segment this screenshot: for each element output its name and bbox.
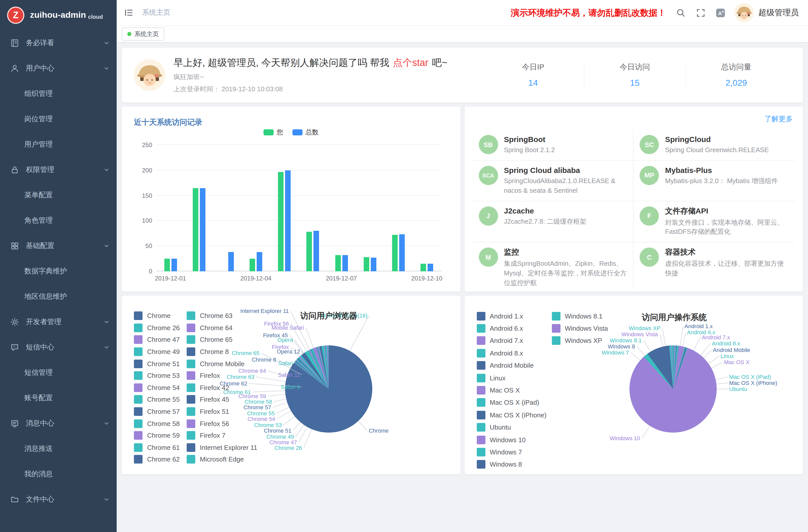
sidebar-item-6[interactable]: 短信中心 <box>0 335 117 360</box>
legend-item[interactable]: Mac OS X (iPhone) <box>477 409 552 421</box>
sidebar-subitem[interactable]: 用户管理 <box>0 132 117 157</box>
legend-item[interactable]: Firefox 56 <box>187 418 239 429</box>
bar-plot[interactable]: 2019-12-012019-12-042019-12-072019-12-10 <box>156 145 441 271</box>
legend-item[interactable]: Chrome <box>134 310 187 322</box>
legend-item[interactable]: Android 7.x <box>477 335 552 347</box>
bar-group: 2019-12-04 <box>242 145 270 271</box>
legend-item[interactable]: Chrome 63 <box>187 310 239 322</box>
legend-item[interactable]: Microsoft Edge <box>187 453 239 465</box>
legend-item-total[interactable]: 总数 <box>292 128 319 137</box>
legend-item[interactable]: Android 8.x <box>477 347 552 359</box>
legend-item[interactable]: Linux <box>477 372 552 384</box>
message-icon <box>10 419 19 428</box>
search-icon[interactable] <box>676 8 686 18</box>
sidebar-subitem[interactable]: 消息推送 <box>0 436 117 461</box>
font-size-icon[interactable]: A A <box>716 8 725 18</box>
pie-callout-label: Mobile Safari <box>272 325 304 331</box>
legend-item-you[interactable]: 您 <box>263 128 283 137</box>
legend-item[interactable]: Chrome 61 <box>134 441 187 453</box>
legend-item[interactable]: Windows 8 <box>477 458 552 471</box>
legend-item[interactable]: Android 6.x <box>477 322 552 335</box>
legend-item[interactable]: Windows 10 <box>477 434 552 446</box>
sidebar-item-1[interactable]: 务必详看 <box>0 31 117 56</box>
user-avatar <box>134 59 165 91</box>
app-logo[interactable]: Z zuihou-admin cloud <box>0 0 117 31</box>
sidebar-item-5[interactable]: 开发者管理 <box>0 309 117 335</box>
chevron-down-icon <box>104 243 110 249</box>
sidebar-subitem[interactable]: 地区信息维护 <box>0 284 117 309</box>
legend-item[interactable]: Android Mobile <box>477 359 552 372</box>
feature-avatar: SB <box>479 135 498 154</box>
bar-您 <box>250 259 255 271</box>
legend-item[interactable]: Chrome 58 <box>134 418 187 429</box>
sidebar-toggle-icon[interactable] <box>124 7 134 18</box>
legend-item[interactable]: Chrome 64 <box>187 322 239 334</box>
sidebar-item-2[interactable]: 用户中心 <box>0 56 117 81</box>
pie-callout-label: Linux <box>720 353 734 359</box>
legend-item[interactable]: Windows 8.1 <box>552 310 627 322</box>
legend-item[interactable]: Android 1.x <box>477 310 552 322</box>
legend-item[interactable]: Chrome 62 <box>134 453 187 465</box>
bar-group <box>270 145 298 271</box>
legend-item[interactable]: Firefox 7 <box>187 429 239 441</box>
sidebar-subitem[interactable]: 组织管理 <box>0 81 117 107</box>
welcome-subtitle: 疯狂加班~ <box>173 73 482 82</box>
sidebar-subitem[interactable]: 账号配置 <box>0 385 117 411</box>
legend-item[interactable]: Chrome 47 <box>134 334 187 346</box>
legend-item[interactable]: Windows 7 <box>477 446 552 458</box>
app-title: zuihou-admin <box>30 10 86 20</box>
legend-item[interactable]: Mac OS X <box>477 384 552 397</box>
sidebar-item-7[interactable]: 消息中心 <box>0 411 117 436</box>
sidebar-item-label: 基础配置 <box>26 241 104 251</box>
feature-item: SBSpringBootSpring Boot 2.1.2 <box>473 130 634 161</box>
legend-swatch <box>477 411 485 419</box>
stat-value: 14 <box>482 78 584 88</box>
pie-legend: ChromeChrome 26Chrome 47Chrome 49Chrome … <box>134 310 239 465</box>
stat-value: 2,029 <box>686 78 787 88</box>
sidebar-subitem[interactable]: 菜单配置 <box>0 183 117 208</box>
legend-item[interactable]: Internet Explorer 11 <box>187 441 239 453</box>
legend-item[interactable]: Chrome 65 <box>187 334 239 346</box>
sidebar-item-8[interactable]: 文件中心 <box>0 487 117 512</box>
fullscreen-icon[interactable] <box>696 8 705 18</box>
legend-item[interactable]: Chrome 8 <box>187 346 239 358</box>
legend-item[interactable]: Chrome 26 <box>134 322 187 334</box>
legend-label: Chrome 57 <box>147 408 180 415</box>
feature-text: SpringCloudSpring Cloud Greenwich.RELEAS… <box>665 135 769 155</box>
legend-item[interactable]: Firefox 45 <box>187 393 239 405</box>
legend-item[interactable]: Ubuntu <box>477 421 552 434</box>
sidebar-subitem[interactable]: 数据字典维护 <box>0 259 117 284</box>
legend-item[interactable]: Windows Vista <box>552 322 627 335</box>
tab-home[interactable]: 系统主页 <box>122 27 164 41</box>
legend-item[interactable]: Chrome 53 <box>134 370 187 382</box>
learn-more-link[interactable]: 了解更多 <box>765 115 793 124</box>
legend-item[interactable]: Chrome 49 <box>134 346 187 358</box>
sidebar-subitem[interactable]: 短信管理 <box>0 360 117 385</box>
pie-chart[interactable] <box>629 345 716 433</box>
current-user-name[interactable]: 超级管理员 <box>758 7 799 18</box>
legend-item[interactable]: Chrome 54 <box>134 382 187 393</box>
sidebar-subitem[interactable]: 角色管理 <box>0 208 117 233</box>
bar-chart[interactable]: 0501001502002502019-12-012019-12-042019-… <box>134 143 448 283</box>
legend-item[interactable]: Mac OS X (iPad) <box>477 396 552 409</box>
user-avatar-small[interactable] <box>734 3 754 22</box>
legend-label: Windows 8.1 <box>565 312 603 320</box>
legend-item[interactable]: Chrome 59 <box>134 429 187 441</box>
legend-swatch <box>134 312 143 320</box>
legend-item[interactable]: Chrome 51 <box>134 358 187 370</box>
svg-text:A: A <box>718 10 722 16</box>
star-link[interactable]: 点个star <box>393 57 428 68</box>
legend-item[interactable]: Firefox 51 <box>187 406 239 418</box>
legend-label: Chrome 59 <box>147 432 180 439</box>
legend-item[interactable]: Chrome 55 <box>134 393 187 405</box>
chevron-down-icon <box>104 40 110 46</box>
legend-label: Windows 10 <box>490 436 526 443</box>
sidebar-subitem[interactable]: 我的消息 <box>0 461 117 487</box>
feature-title: 文件存储API <box>665 206 789 216</box>
sidebar-item-4[interactable]: 基础配置 <box>0 233 117 259</box>
legend-item[interactable]: Chrome 57 <box>134 406 187 418</box>
legend-item[interactable]: Chrome Mobile <box>187 358 239 370</box>
sidebar-item-3[interactable]: 权限管理 <box>0 157 117 183</box>
legend-swatch <box>187 383 195 392</box>
sidebar-subitem[interactable]: 岗位管理 <box>0 107 117 132</box>
